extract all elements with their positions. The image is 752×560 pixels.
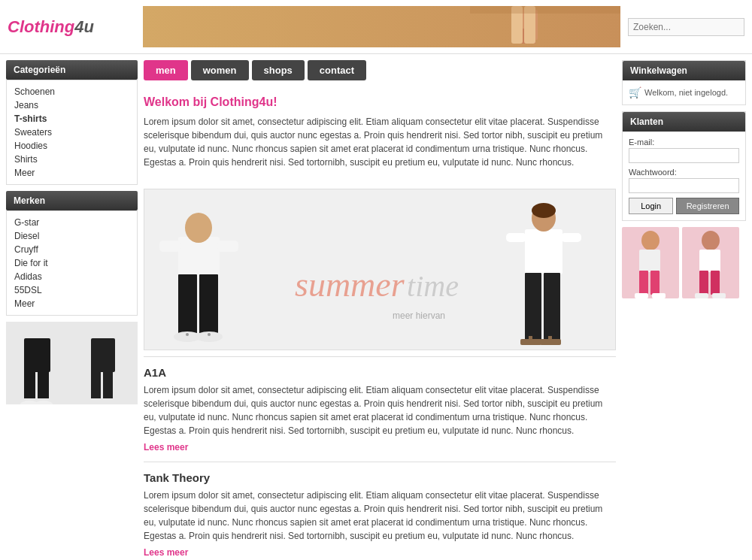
svg-point-24 bbox=[186, 333, 189, 336]
promo-banner: summer time meer hiervan bbox=[144, 189, 616, 350]
email-input[interactable] bbox=[629, 148, 739, 163]
sidebar-product-image bbox=[6, 322, 138, 404]
svg-point-10 bbox=[35, 401, 53, 404]
klanten-box: Klanten E-mail: Wachtwoord: Login Regist… bbox=[622, 111, 746, 221]
svg-rect-6 bbox=[24, 338, 50, 372]
svg-rect-17 bbox=[159, 241, 180, 252]
svg-rect-27 bbox=[506, 233, 526, 242]
password-label: Wachtwoord: bbox=[629, 168, 739, 177]
brand-gstar[interactable]: G-star bbox=[7, 216, 137, 229]
nav-bar: men women shops contact bbox=[144, 60, 616, 80]
svg-point-19 bbox=[185, 213, 212, 243]
brands-list: G-star Diesel Cruyff Die for it Adidas 5… bbox=[6, 210, 138, 316]
article-1: A1A Lorem ipsum dolor sit amet, consecte… bbox=[144, 356, 616, 462]
promo-summer-text: summer time bbox=[295, 265, 459, 304]
category-schoenen[interactable]: Schoenen bbox=[7, 85, 137, 98]
article2-text: Lorem ipsum dolor sit amet, consectetur … bbox=[144, 489, 616, 543]
promo-images bbox=[622, 227, 746, 298]
promo-meer-text[interactable]: meer hiervan bbox=[393, 310, 445, 321]
right-sidebar: Winkelwagen 🛒 Welkom, niet ingelogd. Kla… bbox=[622, 60, 746, 560]
cart-content: 🛒 Welkom, niet ingelogd. bbox=[623, 80, 745, 104]
nav-women[interactable]: women bbox=[191, 60, 249, 80]
svg-rect-46 bbox=[711, 271, 720, 295]
promo-figure-left bbox=[152, 192, 272, 350]
category-sweaters[interactable]: Sweaters bbox=[7, 126, 137, 139]
sidebar-figure-left bbox=[9, 323, 69, 404]
brand-diesel[interactable]: Diesel bbox=[7, 229, 137, 243]
welcome-title: Welkom bij Clothing4u! bbox=[144, 95, 616, 109]
svg-rect-31 bbox=[525, 273, 541, 341]
password-input[interactable] bbox=[629, 178, 739, 193]
categories-header: Categorieën bbox=[6, 60, 138, 80]
sidebar: Categorieën Schoenen Jeans T-shirts Swea… bbox=[6, 60, 138, 560]
welcome-section: Welkom bij Clothing4u! Lorem ipsum dolor… bbox=[144, 88, 616, 183]
nav-men[interactable]: men bbox=[144, 60, 188, 80]
svg-rect-28 bbox=[561, 233, 581, 242]
svg-point-43 bbox=[702, 231, 720, 250]
main-content: men women shops contact Welkom bij Cloth… bbox=[144, 60, 616, 560]
nav-contact[interactable]: contact bbox=[308, 60, 366, 80]
nav-shops[interactable]: shops bbox=[252, 60, 305, 80]
promo-person-1-icon bbox=[624, 227, 677, 298]
search-input[interactable] bbox=[628, 18, 744, 36]
svg-rect-38 bbox=[639, 250, 660, 272]
svg-rect-16 bbox=[178, 237, 220, 278]
brand-meer[interactable]: Meer bbox=[7, 297, 137, 310]
svg-point-25 bbox=[208, 333, 211, 336]
brand-adidas[interactable]: Adidas bbox=[7, 270, 137, 283]
klanten-header: Klanten bbox=[623, 112, 745, 132]
category-shirts[interactable]: Shirts bbox=[7, 153, 137, 166]
svg-rect-21 bbox=[199, 274, 218, 334]
email-field-wrapper: E-mail: bbox=[629, 138, 739, 163]
svg-rect-42 bbox=[652, 293, 666, 298]
cart-icon: 🛒 bbox=[629, 86, 641, 98]
sidebar-figure-right bbox=[74, 323, 135, 404]
password-field-wrapper: Wachtwoord: bbox=[629, 168, 739, 193]
article1-title: A1A bbox=[144, 366, 616, 379]
svg-rect-40 bbox=[650, 271, 660, 295]
svg-rect-35 bbox=[529, 336, 532, 345]
login-btn-row: Login Registreren bbox=[629, 198, 739, 214]
svg-rect-47 bbox=[695, 293, 708, 298]
cart-welcome-text: Welkom, niet ingelogd. bbox=[644, 88, 728, 97]
email-label: E-mail: bbox=[629, 138, 739, 147]
article2-lees-meer[interactable]: Lees meer bbox=[144, 547, 188, 558]
brand-cruyff[interactable]: Cruyff bbox=[7, 243, 137, 256]
category-meer[interactable]: Meer bbox=[7, 166, 137, 180]
svg-rect-36 bbox=[548, 336, 552, 345]
header-banner bbox=[143, 6, 620, 47]
svg-rect-26 bbox=[525, 229, 562, 274]
brands-section: Merken G-star Diesel Cruyff Die for it A… bbox=[6, 191, 138, 316]
logo: Clothing4u bbox=[8, 17, 143, 37]
brands-header: Merken bbox=[6, 191, 138, 210]
svg-rect-8 bbox=[38, 368, 49, 398]
cart-box: Winkelwagen 🛒 Welkom, niet ingelogd. bbox=[622, 60, 746, 105]
svg-rect-13 bbox=[103, 368, 113, 398]
svg-rect-45 bbox=[699, 271, 708, 295]
welcome-text: Lorem ipsum dolor sit amet, consectetur … bbox=[144, 115, 616, 169]
banner-figure-icon bbox=[470, 6, 620, 47]
svg-rect-20 bbox=[178, 274, 197, 334]
svg-rect-41 bbox=[635, 293, 648, 298]
promo-person-2-icon bbox=[684, 227, 737, 298]
klanten-content: E-mail: Wachtwoord: Login Registreren bbox=[623, 132, 745, 220]
category-hoodies[interactable]: Hoodies bbox=[7, 139, 137, 153]
article-2: Tank Theory Lorem ipsum dolor sit amet, … bbox=[144, 462, 616, 560]
brand-55dsl[interactable]: 55DSL bbox=[7, 283, 137, 297]
article1-text: Lorem ipsum dolor sit amet, consectetur … bbox=[144, 383, 616, 437]
category-tshirts[interactable]: T-shirts bbox=[7, 112, 137, 126]
svg-rect-18 bbox=[217, 241, 238, 252]
cart-header: Winkelwagen bbox=[623, 61, 745, 80]
svg-rect-32 bbox=[544, 273, 560, 341]
svg-point-15 bbox=[100, 401, 117, 404]
register-button[interactable]: Registreren bbox=[676, 198, 739, 214]
promo-image-2 bbox=[682, 227, 739, 298]
category-jeans[interactable]: Jeans bbox=[7, 98, 137, 112]
article1-lees-meer[interactable]: Lees meer bbox=[144, 442, 188, 453]
brand-dieforit[interactable]: Die for it bbox=[7, 256, 137, 270]
svg-rect-12 bbox=[91, 368, 101, 398]
svg-rect-44 bbox=[699, 250, 720, 272]
cart-welcome: 🛒 Welkom, niet ingelogd. bbox=[629, 86, 739, 98]
login-button[interactable]: Login bbox=[629, 198, 673, 214]
svg-point-37 bbox=[641, 231, 660, 250]
